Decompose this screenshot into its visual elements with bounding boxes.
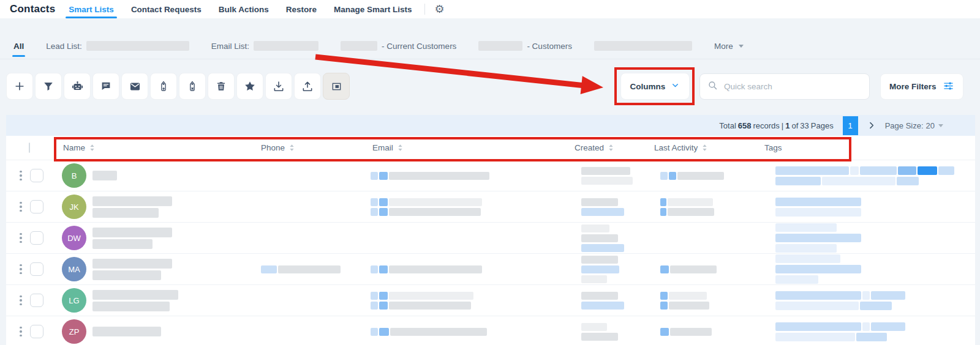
page-number-button[interactable]: 1 <box>843 116 858 135</box>
name-cell[interactable]: B <box>54 163 256 188</box>
redacted-text <box>594 41 692 51</box>
sort-icon[interactable] <box>89 144 96 152</box>
column-header-phone[interactable]: Phone <box>256 143 368 152</box>
top-nav: Contacts Smart ListsContact RequestsBulk… <box>0 0 980 18</box>
smart-list-tab-email-list[interactable]: Email List: <box>211 34 318 58</box>
redacted-text <box>581 275 607 283</box>
row-menu-icon[interactable] <box>18 294 23 307</box>
row-checkbox[interactable] <box>30 294 43 307</box>
sms-button[interactable] <box>92 73 119 100</box>
columns-button[interactable]: Columns <box>620 73 690 100</box>
tab-restore[interactable]: Restore <box>285 0 318 18</box>
row-checkbox[interactable] <box>30 169 43 182</box>
row-checkbox[interactable] <box>30 262 43 276</box>
row-controls <box>6 294 54 307</box>
name-cell[interactable]: JK <box>54 195 256 219</box>
row-menu-icon[interactable] <box>18 325 23 338</box>
redacted-text <box>822 177 895 185</box>
redacted-text <box>389 265 482 273</box>
row-menu-icon[interactable] <box>18 263 23 276</box>
smart-list-tab[interactable]: - Customers <box>478 34 572 58</box>
export-button[interactable] <box>294 73 321 100</box>
page-title: Contacts <box>10 3 55 15</box>
star-button[interactable] <box>236 73 263 100</box>
export-icon <box>301 80 314 92</box>
redacted-text <box>775 234 861 242</box>
tab-bulk-actions[interactable]: Bulk Actions <box>217 0 270 18</box>
sms-icon <box>100 81 111 92</box>
column-label: Email <box>372 143 393 152</box>
name-cell[interactable]: ZP <box>54 319 256 344</box>
row-controls <box>6 325 54 338</box>
star-icon <box>244 80 256 92</box>
table-body: BJKDWMALGZP <box>6 160 975 345</box>
pages-label: Pages <box>811 121 834 130</box>
gear-icon[interactable]: ⚙ <box>435 4 445 15</box>
column-label: Created <box>575 143 604 152</box>
import-button[interactable] <box>265 73 292 100</box>
search-input[interactable] <box>724 82 862 91</box>
column-header-name[interactable]: Name <box>54 143 256 152</box>
name-cell[interactable]: LG <box>54 288 256 313</box>
add-tag-button[interactable] <box>150 73 177 100</box>
row-menu-icon[interactable] <box>18 201 23 213</box>
avatar: DW <box>62 226 86 250</box>
column-header-created[interactable]: Created <box>570 143 649 152</box>
table-row: JK <box>6 191 975 223</box>
contacts-table: Total658records|1of33Pages 1 Page Size: … <box>6 115 975 345</box>
row-checkbox[interactable] <box>30 200 43 213</box>
redacted-text <box>581 177 633 185</box>
smart-list-tab-lead-list[interactable]: Lead List: <box>46 34 189 58</box>
robot-button[interactable] <box>64 73 91 100</box>
tab-label: All <box>13 42 24 51</box>
smart-list-tab-more[interactable]: More <box>714 34 744 58</box>
phone-cell <box>256 265 368 273</box>
smart-list-tab[interactable] <box>594 34 692 58</box>
tags-cell <box>760 223 975 253</box>
redacted-text <box>389 198 482 206</box>
column-header-last-activity[interactable]: Last Activity <box>649 143 760 152</box>
smart-list-tab-all[interactable]: All <box>13 34 24 58</box>
redacted-text <box>581 208 624 216</box>
plus-button[interactable] <box>6 73 33 100</box>
sort-icon[interactable] <box>701 144 708 152</box>
remove-tag-button[interactable] <box>179 73 206 100</box>
name-cell[interactable]: MA <box>54 257 256 281</box>
redacted-text <box>775 177 821 185</box>
redacted-text <box>660 265 669 273</box>
redacted-text <box>581 292 618 300</box>
sort-icon[interactable] <box>397 144 404 152</box>
avatar: JK <box>62 195 86 219</box>
filter-button[interactable] <box>35 73 62 100</box>
redacted-text <box>581 224 609 232</box>
name-cell[interactable]: DW <box>54 226 256 250</box>
redacted-text <box>92 228 172 237</box>
row-menu-icon[interactable] <box>18 232 23 245</box>
sort-icon[interactable] <box>608 144 614 152</box>
table-header: NamePhoneEmailCreatedLast ActivityTags <box>6 136 975 160</box>
tab-smart-lists[interactable]: Smart Lists <box>67 0 115 18</box>
column-header-email[interactable]: Email <box>368 143 570 152</box>
email-button[interactable] <box>121 73 148 100</box>
redacted-text <box>379 328 389 336</box>
smart-list-tab[interactable]: - Current Customers <box>341 34 456 58</box>
quick-search[interactable] <box>699 73 870 100</box>
tab-manage-smart-lists[interactable]: Manage Smart Lists <box>333 0 413 18</box>
redacted-text <box>668 208 714 216</box>
redacted-text <box>677 172 724 180</box>
row-checkbox[interactable] <box>30 231 43 245</box>
more-filters-button[interactable]: More Filters <box>880 73 963 100</box>
redacted-text <box>581 302 624 310</box>
merge-button[interactable] <box>323 73 350 100</box>
redacted-text <box>581 244 624 252</box>
row-checkbox[interactable] <box>30 325 43 338</box>
page-size-select[interactable]: Page Size: 20 <box>885 121 943 130</box>
delete-button[interactable] <box>208 73 235 100</box>
next-page-icon[interactable] <box>867 121 876 130</box>
select-all-checkbox[interactable] <box>29 143 30 153</box>
redacted-text <box>660 302 668 310</box>
tab-contact-requests[interactable]: Contact Requests <box>130 0 203 18</box>
row-menu-icon[interactable] <box>18 169 23 182</box>
tags-cell <box>760 198 975 217</box>
sort-icon[interactable] <box>288 144 295 152</box>
